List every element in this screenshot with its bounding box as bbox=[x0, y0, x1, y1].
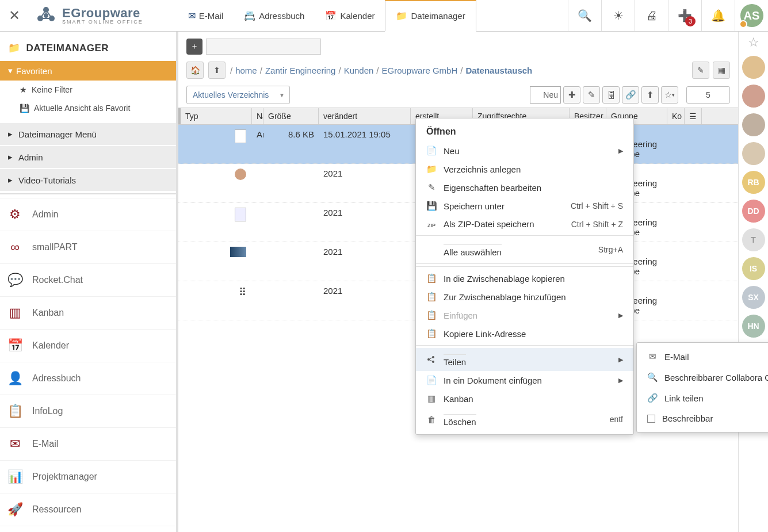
sidebar-link[interactable]: ★ Keine Filter bbox=[0, 81, 176, 99]
col-size[interactable]: Größe bbox=[263, 108, 319, 124]
ressourcen-icon: 🚀 bbox=[7, 502, 23, 518]
edit-path-icon[interactable]: ✎ bbox=[692, 62, 709, 79]
sidebar-collapse-item[interactable]: ▸ Video-Tutorials bbox=[0, 169, 176, 191]
user-avatar[interactable]: AS bbox=[735, 0, 768, 31]
sidebar-app-ressourcen[interactable]: 🚀 Ressourcen bbox=[0, 493, 176, 526]
new-folder-icon[interactable]: ✚ bbox=[563, 86, 580, 104]
close-icon[interactable]: ✕ bbox=[0, 7, 29, 24]
sidebar-app-smallpart[interactable]: ∞ smallPART bbox=[0, 231, 176, 263]
submenu-item[interactable]: 🔗 Link teilen bbox=[637, 388, 768, 408]
sidebar-app-projektmanager[interactable]: 📊 Projektmanager bbox=[0, 460, 176, 493]
contact-avatar[interactable]: RB bbox=[742, 171, 765, 194]
ctx-icon: 🗑 bbox=[426, 415, 437, 424]
infolog-icon: 📋 bbox=[7, 403, 23, 419]
share-submenu: ✉ E-Mail ▶ 🔍 Beschreibbarer Collabora On… bbox=[636, 342, 768, 433]
sidebar-collapse-item[interactable]: ▸ Admin bbox=[0, 146, 176, 168]
sidebar-collapse-item[interactable]: ▸ Dateimanager Menü bbox=[0, 123, 176, 145]
up-icon[interactable]: ⬆ bbox=[208, 62, 226, 79]
tab-adressbuch[interactable]: 📇 Adressbuch bbox=[234, 0, 315, 31]
contact-avatar[interactable]: SX bbox=[742, 286, 765, 309]
chevron-down-icon: ▾ bbox=[8, 66, 13, 76]
ctx-item[interactable]: 🗑 Löschen entf bbox=[416, 408, 633, 431]
ctx-item[interactable]: Alle auswählen Strg+A bbox=[416, 238, 633, 261]
contact-avatar[interactable]: HN bbox=[742, 315, 765, 338]
directory-select[interactable]: Aktuelles Verzeichnis bbox=[186, 86, 290, 104]
col-typ[interactable]: Typ bbox=[178, 108, 252, 124]
contact-avatar[interactable] bbox=[742, 56, 765, 79]
tab-dateimanager[interactable]: 📁 Dateimanager bbox=[385, 0, 476, 32]
ctx-item[interactable]: Teilen ▶ bbox=[416, 348, 633, 371]
sidebar-app-e-mail[interactable]: ✉ E-Mail bbox=[0, 427, 176, 460]
contact-avatar[interactable] bbox=[742, 142, 765, 165]
col-modified[interactable]: verändert bbox=[319, 108, 411, 124]
add-icon[interactable]: ➕3 bbox=[668, 0, 701, 31]
link-icon[interactable]: 🔗 bbox=[622, 86, 639, 104]
chevron-right-icon: ▸ bbox=[8, 152, 13, 162]
sidebar-app-infolog[interactable]: 📋 InfoLog bbox=[0, 395, 176, 427]
submenu-item[interactable]: ✉ E-Mail ▶ bbox=[637, 346, 768, 367]
sidebar-app-admin[interactable]: ⚙ Admin bbox=[0, 198, 176, 231]
edit-icon[interactable]: ✎ bbox=[583, 86, 600, 104]
rocket.chat-icon: 💬 bbox=[7, 272, 23, 288]
search-icon[interactable]: 🔍 bbox=[568, 0, 601, 31]
sidebar-app-adressbuch[interactable]: 👤 Adressbuch bbox=[0, 362, 176, 395]
grid-view-icon[interactable]: ▦ bbox=[713, 62, 730, 79]
col-ko[interactable]: Ko bbox=[667, 108, 685, 124]
sidebar-link[interactable]: 💾 Aktuelle Ansicht als Favorit bbox=[0, 99, 176, 117]
theme-icon[interactable]: ☀ bbox=[601, 0, 635, 31]
submenu-item[interactable]: 🔍 Beschreibbarer Collabora Online-Link bbox=[637, 367, 768, 388]
contact-avatar[interactable]: IS bbox=[742, 257, 765, 280]
ctx-item[interactable]: 📋 Kopiere Link-Adresse bbox=[416, 324, 633, 343]
ctx-item[interactable]: 💾 Speichern unter Ctrl + Shift + S bbox=[416, 197, 633, 215]
kalender-icon: 📅 bbox=[325, 10, 337, 21]
ctx-item[interactable]: ▥ Kanban bbox=[416, 389, 633, 408]
print-icon[interactable]: 🖨 bbox=[635, 0, 668, 31]
ctx-item[interactable]: ZIP Als ZIP-Datei speichern Ctrl + Shift… bbox=[416, 215, 633, 233]
tab-placeholder[interactable] bbox=[206, 39, 321, 55]
tab-kalender[interactable]: 📅 Kalender bbox=[315, 0, 385, 31]
ctx-item[interactable]: 📋 Zur Zwischenablage hinzufügen bbox=[416, 288, 633, 306]
ctx-item[interactable]: ✎ Eigenschaften bearbeiten bbox=[416, 178, 633, 197]
kalender-icon: 📅 bbox=[7, 338, 23, 354]
chevron-right-icon: ▶ bbox=[618, 147, 623, 155]
sidebar-app-rocket.chat[interactable]: 💬 Rocket.Chat bbox=[0, 263, 176, 296]
new-input[interactable] bbox=[530, 86, 561, 104]
contact-avatar[interactable] bbox=[742, 113, 765, 136]
favorite-icon[interactable]: ☆▾ bbox=[661, 86, 678, 104]
ctx-icon: 💾 bbox=[426, 201, 437, 211]
col-name[interactable]: Na bbox=[252, 108, 263, 124]
logo[interactable]: EGroupware SMART ONLINE OFFICE bbox=[29, 4, 149, 27]
tab-e-mail[interactable]: ✉ E-Mail bbox=[178, 0, 234, 31]
ctx-item[interactable]: 📄 In ein Dokument einfügen ▶ bbox=[416, 371, 633, 389]
add-tab-button[interactable]: ＋ bbox=[186, 39, 202, 55]
ctx-icon: 📋 bbox=[426, 310, 437, 320]
star-icon[interactable]: ☆ bbox=[748, 35, 759, 50]
submenu-item[interactable]: Beschreibbar bbox=[637, 408, 768, 428]
breadcrumb-item[interactable]: Kunden bbox=[344, 66, 374, 75]
upload-icon[interactable]: ⬆ bbox=[641, 86, 659, 104]
sidebar-app-kanban[interactable]: ▥ Kanban bbox=[0, 296, 176, 329]
sidebar-app-stundenzettel[interactable]: ⏱ Stundenzettel bbox=[0, 526, 176, 532]
contact-avatar[interactable] bbox=[742, 85, 765, 108]
sidebar-favorites-header[interactable]: ▾ Favoriten bbox=[0, 61, 176, 81]
notifications-icon[interactable]: 🔔 bbox=[701, 0, 735, 31]
sidebar-app-kalender[interactable]: 📅 Kalender bbox=[0, 329, 176, 362]
contact-avatar[interactable]: T bbox=[742, 228, 765, 251]
archive-icon[interactable]: 🗄 bbox=[602, 86, 620, 104]
col-menu-icon[interactable]: ☰ bbox=[685, 108, 702, 124]
chevron-right-icon: ▸ bbox=[8, 175, 13, 185]
context-menu: Öffnen 📄 Neu ▶ 📁 Verzeichnis anlegen ✎ E… bbox=[415, 118, 634, 435]
home-icon[interactable]: 🏠 bbox=[186, 62, 204, 79]
ctx-item[interactable]: 📄 Neu ▶ bbox=[416, 141, 633, 160]
ctx-item[interactable]: 📋 In die Zwischenablage kopieren bbox=[416, 269, 633, 288]
breadcrumb-item[interactable]: EGroupware GmbH bbox=[382, 66, 458, 75]
breadcrumb-item[interactable]: home bbox=[235, 66, 257, 75]
file-thumb bbox=[178, 206, 252, 224]
breadcrumb-item[interactable]: Zantir Engineering bbox=[265, 66, 336, 75]
contact-avatar[interactable]: DD bbox=[742, 200, 765, 223]
checkbox-icon[interactable] bbox=[647, 415, 655, 423]
context-menu-header[interactable]: Öffnen bbox=[416, 122, 633, 141]
ctx-item[interactable]: 📋 Einfügen ▶ bbox=[416, 306, 633, 324]
ctx-item[interactable]: 📁 Verzeichnis anlegen bbox=[416, 160, 633, 178]
breadcrumb-item[interactable]: Datenaustausch bbox=[465, 66, 532, 75]
